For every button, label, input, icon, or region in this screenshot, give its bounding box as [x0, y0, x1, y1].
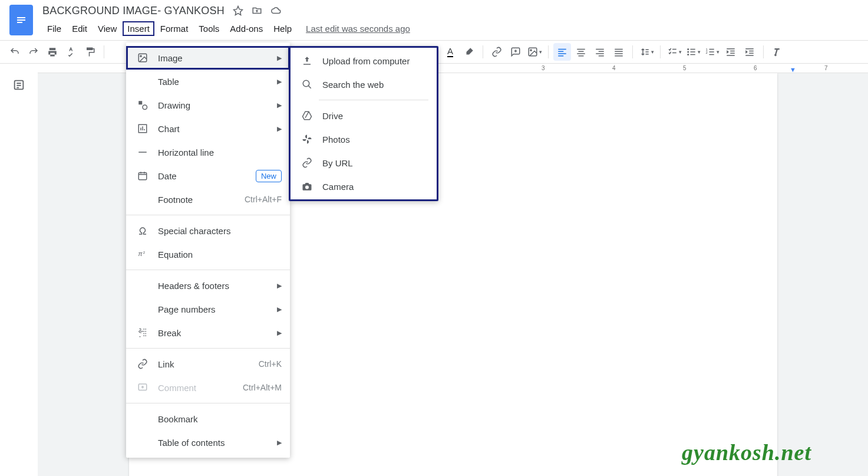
align-justify-button[interactable] [610, 43, 628, 61]
line-spacing-button[interactable] [638, 43, 655, 61]
menu-item-icon [300, 79, 314, 90]
spellcheck-button[interactable] [62, 43, 80, 61]
text-color-button[interactable]: A [441, 43, 459, 61]
insert-link-button[interactable] [488, 43, 506, 61]
document-outline-icon[interactable] [9, 75, 28, 94]
image-camera[interactable]: Camera [291, 175, 437, 198]
insert-table-of-contents[interactable]: Table of contents▶ [126, 431, 290, 454]
insert-equation[interactable]: π2Equation [126, 242, 290, 266]
menu-item-icon: π2 [136, 249, 150, 260]
insert-headers-footers[interactable]: Headers & footers▶ [126, 274, 290, 297]
insert-image-button[interactable] [526, 43, 543, 61]
svg-point-23 [687, 54, 689, 55]
svg-rect-11 [577, 53, 585, 54]
insert-break[interactable]: Break▶ [126, 321, 290, 344]
move-icon[interactable] [252, 5, 262, 16]
image-submenu: Upload from computerSearch the webDriveP… [289, 46, 438, 201]
ruler-mark: 7 [824, 65, 828, 71]
menu-edit[interactable]: Edit [67, 21, 92, 36]
menu-item-icon [300, 134, 314, 145]
checklist-button[interactable] [665, 43, 683, 61]
insert-image[interactable]: Image▶ [126, 46, 290, 70]
insert-bookmark[interactable]: Bookmark [126, 407, 290, 431]
menu-shortcut: Ctrl+Alt+M [243, 383, 282, 392]
svg-rect-37 [749, 51, 754, 52]
cloud-status-icon[interactable] [270, 5, 282, 16]
separator [483, 45, 483, 58]
menu-divider [319, 100, 428, 100]
menu-item-icon [136, 225, 150, 236]
menu-item-label: Break [158, 328, 181, 338]
insert-chart[interactable]: Chart▶ [126, 117, 290, 140]
undo-button[interactable] [6, 43, 24, 61]
highlight-button[interactable] [460, 43, 478, 61]
menu-format[interactable]: Format [156, 21, 193, 36]
bulleted-list-button[interactable] [684, 43, 702, 61]
clear-formatting-button[interactable] [768, 43, 786, 61]
print-button[interactable] [44, 43, 61, 61]
increase-indent-button[interactable] [741, 43, 758, 61]
menu-item-label: Link [158, 359, 174, 369]
ruler-mark: 3 [542, 65, 545, 71]
insert-link[interactable]: LinkCtrl+K [126, 352, 290, 376]
last-edit-link[interactable]: Last edit was seconds ago [306, 24, 410, 34]
image-search-the-web[interactable]: Search the web [291, 73, 437, 96]
menubar: File Edit View Insert Format Tools Add-o… [42, 20, 868, 37]
new-badge: New [256, 170, 282, 182]
align-right-button[interactable] [591, 43, 609, 61]
menu-item-label: Search the web [322, 80, 384, 90]
menu-addons[interactable]: Add-ons [225, 21, 268, 36]
insert-table[interactable]: Table▶ [126, 70, 290, 93]
insert-drawing[interactable]: Drawing▶ [126, 93, 290, 117]
image-drive[interactable]: Drive [291, 104, 437, 127]
doc-title[interactable]: BACKGROUND IMAGE- GYANKOSH [42, 5, 225, 17]
add-comment-button[interactable] [507, 43, 524, 61]
numbered-list-button[interactable]: 12 [703, 43, 721, 61]
svg-rect-31 [709, 54, 714, 55]
image-upload-from-computer[interactable]: Upload from computer [291, 49, 437, 73]
insert-page-numbers[interactable]: Page numbers▶ [126, 297, 290, 321]
svg-point-44 [143, 105, 147, 110]
insert-date[interactable]: DateNew [126, 164, 290, 188]
separator [632, 45, 633, 58]
svg-rect-16 [599, 55, 604, 57]
menu-shortcut: Ctrl+Alt+F [245, 195, 282, 204]
menu-item-icon [300, 181, 314, 192]
paint-format-button[interactable] [81, 43, 99, 61]
insert-special-characters[interactable]: Special characters [126, 219, 290, 242]
image-by-url[interactable]: By URL [291, 151, 437, 175]
menu-view[interactable]: View [93, 21, 121, 36]
insert-footnote[interactable]: FootnoteCtrl+Alt+F [126, 188, 290, 211]
align-left-button[interactable] [553, 43, 571, 61]
redo-button[interactable] [25, 43, 42, 61]
menu-item-label: Table [158, 77, 179, 87]
insert-dropdown: Image▶Table▶Drawing▶Chart▶Horizontal lin… [126, 42, 290, 458]
svg-rect-47 [138, 173, 147, 180]
svg-rect-7 [558, 53, 566, 54]
right-indent-marker[interactable]: ▼ [790, 66, 796, 73]
menu-insert[interactable]: Insert [123, 21, 154, 36]
svg-rect-29 [709, 49, 714, 50]
insert-horizontal-line[interactable]: Horizontal line [126, 140, 290, 164]
menu-item-label: Upload from computer [322, 56, 410, 66]
menu-item-label: Comment [158, 383, 196, 393]
menu-tools[interactable]: Tools [194, 21, 224, 36]
docs-logo-icon[interactable] [9, 5, 33, 35]
svg-rect-9 [577, 49, 585, 50]
svg-point-51 [303, 80, 309, 87]
ruler-mark: 6 [754, 65, 757, 71]
image-photos[interactable]: Photos [291, 127, 437, 151]
menu-item-label: Page numbers [158, 304, 216, 314]
svg-rect-19 [615, 53, 623, 54]
svg-rect-2 [17, 22, 22, 23]
menu-item-icon [300, 110, 314, 121]
menu-help[interactable]: Help [269, 21, 296, 36]
menu-file[interactable]: File [42, 21, 66, 36]
svg-point-4 [530, 50, 531, 51]
menu-item-label: Headers & footers [158, 281, 229, 291]
align-center-button[interactable] [572, 43, 590, 61]
decrease-indent-button[interactable] [722, 43, 740, 61]
submenu-arrow-icon: ▶ [277, 78, 282, 86]
menu-item-label: Special characters [158, 226, 230, 236]
star-icon[interactable] [233, 5, 243, 16]
